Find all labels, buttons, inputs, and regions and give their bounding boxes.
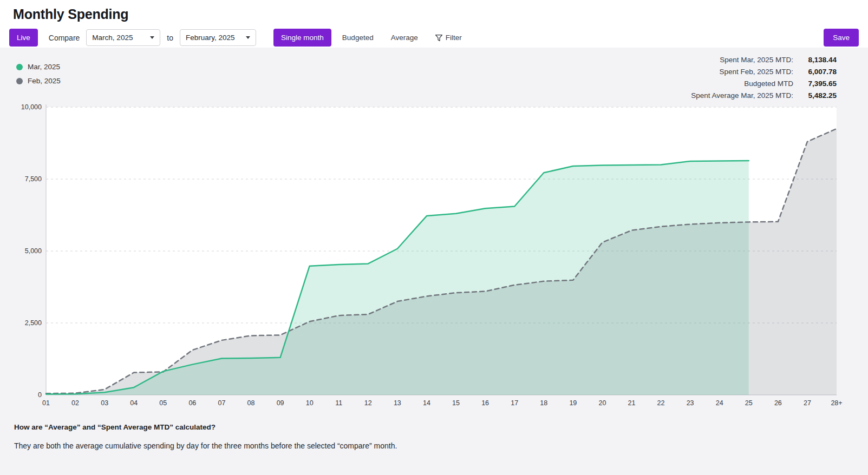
svg-text:17: 17 — [511, 399, 518, 407]
svg-text:05: 05 — [159, 399, 167, 407]
compare-month-to-select[interactable]: February, 2025 — [180, 29, 256, 46]
svg-text:19: 19 — [569, 399, 577, 407]
svg-text:20: 20 — [598, 399, 606, 407]
stats-block: Spent Mar, 2025 MTD: 8,138.44 Spent Feb,… — [691, 56, 837, 103]
svg-text:5,000: 5,000 — [25, 247, 42, 255]
single-month-button[interactable]: Single month — [273, 29, 331, 47]
page-title: Monthly Spending — [13, 6, 859, 22]
stat-value: 6,007.78 — [797, 68, 837, 76]
svg-text:14: 14 — [423, 399, 430, 407]
live-button[interactable]: Live — [9, 29, 38, 47]
svg-text:10,000: 10,000 — [21, 103, 42, 111]
save-button[interactable]: Save — [824, 29, 859, 47]
svg-text:0: 0 — [38, 391, 42, 399]
svg-text:15: 15 — [452, 399, 460, 407]
compare-month-to-value: February, 2025 — [186, 34, 235, 42]
svg-text:06: 06 — [188, 399, 196, 407]
chart-legend: Mar, 2025 Feb, 2025 — [16, 63, 61, 91]
svg-text:07: 07 — [218, 399, 225, 407]
svg-text:02: 02 — [71, 399, 79, 407]
app: { "header": { "title": "Monthly Spending… — [0, 0, 868, 475]
stat-row: Spent Feb, 2025 MTD: 6,007.78 — [691, 68, 837, 76]
svg-text:01: 01 — [42, 399, 50, 407]
svg-text:28+: 28+ — [831, 399, 842, 407]
svg-text:03: 03 — [101, 399, 108, 407]
svg-text:24: 24 — [716, 399, 723, 407]
budgeted-button[interactable]: Budgeted — [339, 29, 377, 47]
compare-month-from-select[interactable]: March, 2025 — [86, 29, 160, 46]
stat-value: 7,395.65 — [797, 80, 837, 88]
svg-text:23: 23 — [687, 399, 694, 407]
chart-footnote: How are “Average” and “Spent Average MTD… — [14, 423, 397, 450]
svg-text:2,500: 2,500 — [25, 319, 42, 327]
svg-text:18: 18 — [540, 399, 547, 407]
svg-text:10: 10 — [306, 399, 314, 407]
filter-label: Filter — [446, 34, 462, 42]
legend-item-mar: Mar, 2025 — [16, 63, 61, 71]
stat-value: 5,482.25 — [797, 91, 837, 100]
page-header: Monthly Spending — [0, 0, 868, 22]
svg-text:09: 09 — [277, 399, 284, 407]
chevron-down-icon — [246, 36, 250, 39]
legend-dot-mar — [16, 64, 23, 70]
legend-label-mar: Mar, 2025 — [28, 63, 60, 71]
stat-value: 8,138.44 — [797, 56, 837, 64]
svg-text:08: 08 — [247, 399, 255, 407]
legend-item-feb: Feb, 2025 — [16, 77, 61, 85]
svg-text:21: 21 — [628, 399, 636, 407]
stat-label: Spent Average Mar, 2025 MTD: — [691, 91, 793, 100]
svg-text:27: 27 — [804, 399, 811, 407]
svg-text:04: 04 — [130, 399, 138, 407]
spending-chart[interactable]: 02,5005,0007,50010,000010203040506070809… — [0, 102, 868, 413]
stat-row: Spent Average Mar, 2025 MTD: 5,482.25 — [691, 91, 837, 100]
legend-dot-feb — [16, 78, 23, 84]
to-label: to — [167, 34, 173, 42]
filter-button[interactable]: Filter — [432, 29, 465, 47]
svg-text:22: 22 — [657, 399, 665, 407]
svg-text:7,500: 7,500 — [25, 175, 42, 183]
average-button[interactable]: Average — [388, 29, 421, 47]
footnote-answer: They are both the average cumulative spe… — [14, 441, 397, 450]
svg-text:16: 16 — [481, 399, 489, 407]
legend-label-feb: Feb, 2025 — [28, 77, 61, 85]
footnote-question: How are “Average” and “Spent Average MTD… — [14, 423, 397, 431]
compare-label: Compare — [49, 34, 80, 42]
stat-label: Spent Feb, 2025 MTD: — [719, 68, 793, 76]
svg-text:11: 11 — [335, 399, 342, 407]
chevron-down-icon — [150, 36, 154, 39]
svg-text:26: 26 — [774, 399, 782, 407]
compare-month-from-value: March, 2025 — [92, 34, 133, 42]
stat-label: Budgeted MTD — [744, 80, 793, 88]
svg-text:12: 12 — [364, 399, 372, 407]
svg-text:13: 13 — [394, 399, 401, 407]
svg-text:25: 25 — [745, 399, 753, 407]
stat-label: Spent Mar, 2025 MTD: — [720, 56, 793, 64]
filter-icon — [435, 35, 442, 41]
chart-panel: Mar, 2025 Feb, 2025 Spent Mar, 2025 MTD:… — [0, 48, 868, 475]
stat-row: Spent Mar, 2025 MTD: 8,138.44 — [691, 56, 837, 64]
stat-row: Budgeted MTD 7,395.65 — [691, 80, 837, 88]
